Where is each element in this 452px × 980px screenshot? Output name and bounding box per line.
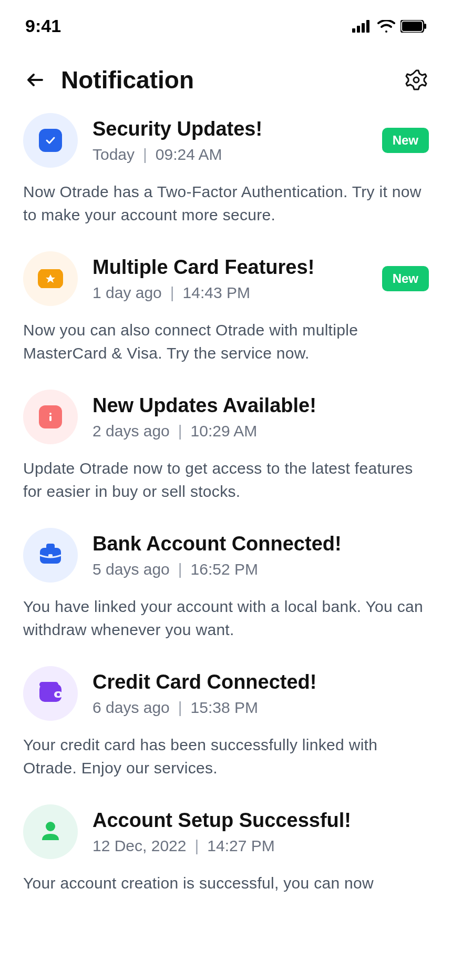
notification-time: 16:52 PM [191,560,258,578]
notification-time: 09:24 AM [156,146,222,164]
notification-date: 2 days ago [93,422,170,440]
icon-circle [23,666,78,721]
notification-date: Today [93,146,135,164]
notification-item[interactable]: Bank Account Connected! 5 days ago | 16:… [23,528,429,641]
svg-rect-0 [352,28,355,33]
gear-icon [405,69,427,91]
check-icon [39,129,62,152]
notification-title: Multiple Card Features! [93,256,367,279]
notification-time: 14:43 PM [183,284,250,302]
info-icon [39,405,62,428]
notification-body: You have linked your account with a loca… [23,595,429,641]
notification-item[interactable]: Multiple Card Features! 1 day ago | 14:4… [23,251,429,364]
wifi-icon [377,20,395,33]
notification-meta: 1 day ago | 14:43 PM [93,284,367,302]
svg-rect-1 [357,26,360,33]
notification-item[interactable]: Security Updates! Today | 09:24 AM New N… [23,113,429,226]
notification-item[interactable]: Account Setup Successful! 12 Dec, 2022 |… [23,804,429,895]
notification-date: 1 day ago [93,284,162,302]
notification-time: 10:29 AM [191,422,258,440]
notification-time: 14:27 PM [207,837,274,855]
notification-meta: 6 days ago | 15:38 PM [93,699,429,717]
notification-body: Now Otrade has a Two-Factor Authenticati… [23,180,429,226]
notification-body: Now you can also connect Otrade with mul… [23,319,429,364]
svg-rect-2 [362,23,365,33]
notification-item[interactable]: Credit Card Connected! 6 days ago | 15:3… [23,666,429,779]
notifications-list: Security Updates! Today | 09:24 AM New N… [0,113,452,895]
page-title: Notification [61,66,404,94]
settings-button[interactable] [404,67,429,93]
status-icons [352,20,427,33]
notification-body: Your account creation is successful, you… [23,872,429,895]
svg-point-15 [57,693,60,696]
svg-rect-9 [49,416,52,421]
svg-point-16 [46,822,55,831]
svg-point-8 [49,413,52,415]
new-badge: New [382,128,429,153]
user-icon [39,819,62,844]
notification-date: 5 days ago [93,560,170,578]
signal-icon [352,20,372,33]
status-bar: 9:41 [0,0,452,47]
ticket-icon [38,269,63,288]
icon-circle [23,390,78,444]
svg-rect-5 [402,22,422,31]
notification-meta: 12 Dec, 2022 | 14:27 PM [93,837,429,855]
notification-title: Bank Account Connected! [93,533,429,555]
notification-item[interactable]: New Updates Available! 2 days ago | 10:2… [23,390,429,503]
notification-body: Your credit card has been successfully l… [23,733,429,779]
battery-icon [400,20,427,33]
svg-rect-13 [39,682,58,687]
svg-rect-6 [424,24,426,29]
icon-circle [23,528,78,583]
icon-circle [23,113,78,168]
icon-circle [23,251,78,306]
header: Notification [0,47,452,113]
svg-point-7 [414,77,419,83]
new-badge: New [382,266,429,291]
notification-meta: Today | 09:24 AM [93,146,367,164]
briefcase-icon [37,542,64,569]
wallet-icon [37,681,64,706]
notification-title: Credit Card Connected! [93,671,429,693]
notification-title: Security Updates! [93,118,367,140]
icon-circle [23,804,78,859]
notification-title: New Updates Available! [93,394,429,417]
notification-title: Account Setup Successful! [93,809,429,832]
arrow-left-icon [25,69,46,90]
back-button[interactable] [23,67,48,93]
notification-meta: 2 days ago | 10:29 AM [93,422,429,440]
svg-rect-11 [48,554,53,557]
notification-body: Update Otrade now to get access to the l… [23,457,429,503]
status-time: 9:41 [25,16,61,36]
notification-time: 15:38 PM [191,699,258,717]
notification-meta: 5 days ago | 16:52 PM [93,560,429,578]
svg-rect-3 [366,20,369,33]
notification-date: 6 days ago [93,699,170,717]
notification-date: 12 Dec, 2022 [93,837,186,855]
